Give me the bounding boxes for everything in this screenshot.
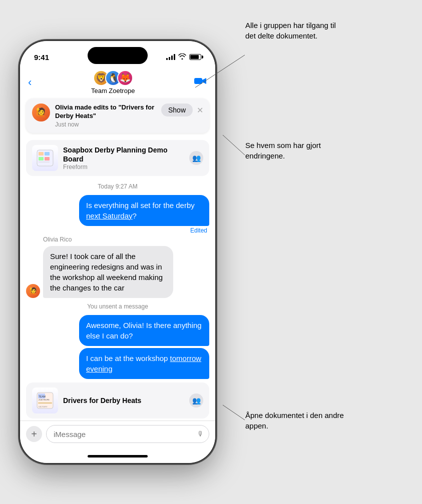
svg-line-15: [223, 405, 245, 420]
annotation-top: Alle i gruppen har tilgang til det delte…: [245, 20, 345, 41]
notif-avatar: 🙋: [32, 104, 50, 122]
annotation-middle: Se hvem som har gjort endringene.: [245, 140, 345, 161]
group-name: Team Zoetrope: [91, 87, 135, 94]
bottom-doc-title: Drivers for Derby Heats: [63, 396, 184, 405]
svg-rect-3: [45, 152, 50, 156]
phone-screen: 9:41: [20, 41, 215, 463]
message-row: I can be at the workshop tomorrow evenin…: [26, 348, 209, 379]
doc-app: Freeform: [63, 164, 184, 170]
video-call-button[interactable]: [194, 76, 207, 88]
time-label: Today 9:27 AM: [26, 183, 209, 190]
bottom-doc-card[interactable]: TEAM ZOETROPE VICTORY Drivers for Derby …: [26, 382, 209, 418]
wifi-icon: [178, 54, 186, 61]
avatar-group: 🦁 🐧 🦊: [93, 70, 133, 86]
notif-actions: Show ✕: [161, 104, 203, 116]
svg-text:ZOETROPE: ZOETROPE: [39, 398, 50, 401]
svg-rect-4: [39, 157, 44, 160]
outgoing-bubble-3: I can be at the workshop tomorrow evenin…: [79, 348, 209, 379]
notif-title: Olivia made edits to "Drivers for Derby …: [55, 104, 156, 120]
mic-icon[interactable]: 🎙: [197, 430, 204, 438]
link-next-saturday[interactable]: next Saturday: [86, 212, 133, 220]
message-row: 🙋 Sure! I took care of all the engineeri…: [26, 246, 209, 298]
svg-rect-5: [45, 157, 50, 160]
dynamic-island: [88, 47, 148, 64]
bottom-collab-icon[interactable]: 👥: [189, 394, 203, 408]
doc-thumbnail: [32, 145, 58, 171]
svg-text:VICTORY: VICTORY: [39, 406, 48, 408]
doc-title: Soapbox Derby Planning Demo Board: [63, 146, 184, 164]
sender-name: Olivia Rico: [43, 236, 209, 243]
notification-banner[interactable]: 🙋 Olivia made edits to "Drivers for Derb…: [26, 98, 209, 133]
svg-rect-2: [39, 152, 44, 156]
input-bar: + 🎙: [20, 420, 215, 449]
outgoing-bubble-1: Is everything all set for the derby next…: [79, 195, 209, 226]
header-center[interactable]: 🦁 🐧 🦊 Team Zoetrope: [91, 70, 135, 94]
messages-area: Today 9:27 AM Is everything all set for …: [20, 180, 215, 380]
status-time: 9:41: [34, 53, 49, 62]
svg-rect-0: [194, 78, 202, 84]
status-icons: [166, 54, 201, 61]
notif-content: Olivia made edits to "Drivers for Derby …: [55, 104, 156, 128]
incoming-bubble-1: Sure! I took care of all the engineering…: [43, 246, 173, 298]
annotation-bottom: Åpne dokumentet i den andre appen.: [245, 410, 345, 431]
edited-label: Edited: [26, 227, 207, 234]
message-row: Awesome, Olivia! Is there anything else …: [26, 315, 209, 346]
message-input[interactable]: [46, 425, 209, 443]
bottom-doc-thumbnail: TEAM ZOETROPE VICTORY: [32, 388, 58, 414]
input-wrapper: 🎙: [46, 425, 209, 443]
back-button[interactable]: ‹: [28, 76, 32, 89]
message-row: Is everything all set for the derby next…: [26, 195, 209, 226]
doc-card[interactable]: Soapbox Derby Planning Demo Board Freefo…: [26, 140, 209, 176]
sender-avatar: 🙋: [26, 284, 40, 298]
svg-rect-11: [38, 402, 52, 404]
avatar-3: 🦊: [117, 70, 133, 86]
svg-text:TEAM: TEAM: [39, 395, 46, 398]
outgoing-bubble-2: Awesome, Olivia! Is there anything else …: [79, 315, 209, 346]
bottom-doc-info: Drivers for Derby Heats: [63, 396, 184, 405]
phone-frame: 9:41: [20, 41, 215, 463]
svg-line-14: [223, 135, 245, 155]
doc-info: Soapbox Derby Planning Demo Board Freefo…: [63, 146, 184, 170]
show-button[interactable]: Show: [161, 104, 193, 116]
add-button[interactable]: +: [26, 426, 42, 442]
home-indicator: [20, 449, 215, 463]
notif-subtitle: Just now: [55, 121, 156, 128]
collab-icon[interactable]: 👥: [189, 151, 203, 165]
battery-icon: [189, 54, 201, 60]
link-tomorrow-evening[interactable]: tomorrow evening: [86, 354, 201, 373]
system-message: You unsent a message: [26, 303, 209, 310]
close-button[interactable]: ✕: [197, 106, 203, 115]
nav-header: ‹ 🦁 🐧 🦊 Team Zoetrope: [20, 68, 215, 98]
signal-icon: [166, 54, 175, 60]
home-bar: [88, 455, 148, 458]
